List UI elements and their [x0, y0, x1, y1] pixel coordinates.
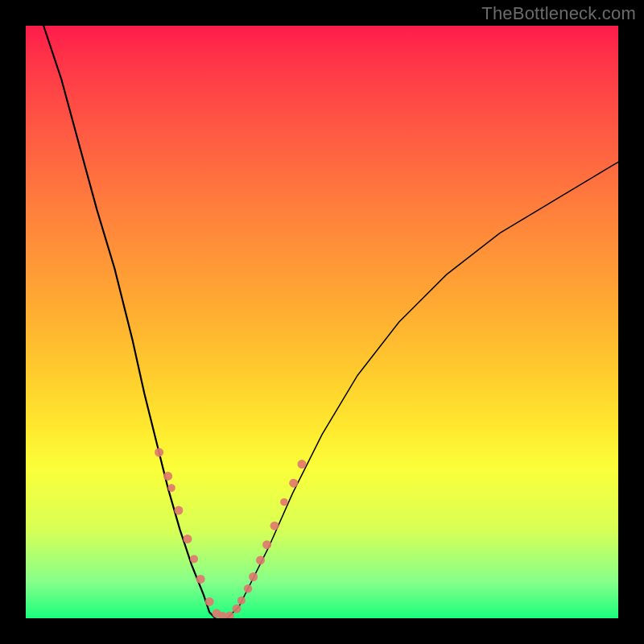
highlight-dot — [205, 597, 214, 606]
chart-overlay-svg — [26, 26, 618, 618]
chart-frame: TheBottleneck.com — [0, 0, 644, 644]
highlight-dot — [289, 479, 298, 488]
highlight-dot — [262, 540, 271, 549]
watermark-text: TheBottleneck.com — [481, 3, 636, 24]
highlight-dot — [237, 597, 246, 605]
highlight-dot — [167, 484, 175, 492]
curve-left — [43, 26, 215, 618]
highlight-dot — [163, 472, 172, 481]
curve-right — [227, 162, 618, 618]
highlight-dot — [183, 535, 192, 543]
highlight-dot — [298, 460, 307, 469]
highlight-dot — [256, 555, 265, 564]
highlight-dot — [196, 575, 205, 584]
highlight-dot — [249, 572, 258, 581]
highlight-dot — [233, 605, 242, 613]
highlight-dot — [174, 506, 183, 515]
highlight-dots-group — [155, 448, 306, 618]
highlight-dot — [190, 555, 198, 563]
highlight-dot — [270, 522, 279, 530]
highlight-dot — [280, 498, 288, 506]
highlight-dot — [155, 448, 163, 456]
chart-plot-area — [26, 26, 618, 618]
highlight-dot — [244, 584, 252, 592]
